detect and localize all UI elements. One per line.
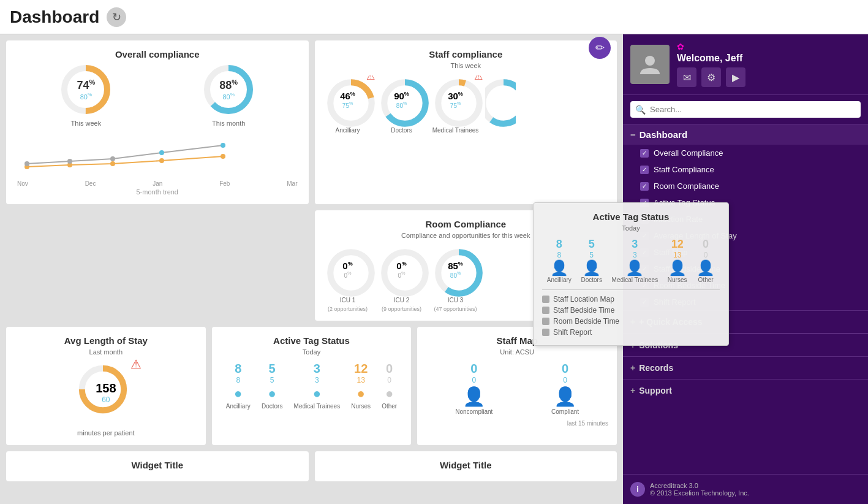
user-flower-icon: ✿ [677,42,861,52]
widget-1-title: Widget Title [15,460,300,470]
support-section[interactable]: + Support [623,379,868,402]
overall-compliance-widget: Overall compliance 74% [6,40,309,204]
tag-trainees-num: 3 [314,362,320,376]
tag-nurses-label: Nurses [351,403,371,410]
tag-trainees-sub: 3 [315,376,319,384]
tag-doctors-sub: 5 [270,376,274,384]
compliant-sub: 0 [563,376,567,384]
search-bar: 🔍 [623,95,868,124]
active-tag-tooltip: Active Tag Status Today 8 8 👤 Ancilliary… [533,202,729,346]
records-label: Records [639,363,673,373]
tooltip-doctors: 5 5 👤 Doctors [581,238,602,283]
tag-nurses-icon: ● [357,386,365,402]
tooltip-nav-staff-bedside[interactable]: Staff Bedside Time [542,306,720,315]
trend-chart: Nov Dec Jan Feb Mar 5-month trend [15,133,300,196]
tooltip-nurses-sub: 13 [673,251,681,259]
svg-point-11 [110,156,115,161]
tooltip-title: Active Tag Status [542,212,720,222]
dashboard-nav-header[interactable]: − Dashboard [623,124,868,145]
room-icu2: 0% 0% ICU 2 (9 opportunities) [377,245,426,312]
room-icu1: 0% 0% ICU 1 (2 opportunities) [323,245,372,312]
page-title: Dashboard [10,7,99,27]
overall-compliance-checkbox[interactable] [640,149,649,158]
settings-button[interactable]: ⚙ [701,67,721,87]
staff-compliance-widget: Staff compliance This week [315,40,617,204]
tag-doctors-label: Doctors [262,403,282,410]
svg-point-10 [67,159,72,164]
avg-length-subtitle: Last month [15,348,197,356]
tooltip-ancilliary: 8 8 👤 Ancilliary [547,238,572,283]
footer-info: i Accreditrack 3.0 © 2013 Excelion Techn… [623,474,868,504]
tooltip-trainees-label: Medical Trainees [612,277,659,283]
staff-compliance-title: Staff compliance [323,49,609,59]
tooltip-nurses-label: Nurses [668,277,687,283]
minus-icon: − [630,129,636,140]
sidebar-item-overall-compliance[interactable]: Overall Compliance [623,145,868,161]
avg-length-widget: Avg Length of Stay Last month ⚠ [6,327,206,445]
refresh-button[interactable]: ↻ [107,7,126,27]
svg-point-6 [110,161,115,166]
room-compliance-checkbox[interactable] [640,182,649,191]
this-month-sub: 80% [219,92,238,101]
records-section[interactable]: + Records [623,356,868,379]
tag-other-num: 0 [386,362,393,376]
tag-other-sub: 0 [387,376,391,384]
tag-trainees-icon: ● [313,386,321,402]
welcome-text: Welcome, Jeff [677,53,861,64]
logout-button[interactable]: ▶ [726,67,745,87]
tooltip-nav-staff-location[interactable]: Staff Location Map [542,295,720,304]
tooltip-nav-icon-3 [542,318,549,325]
icu2-sub-label: (9 opportunities) [382,306,421,312]
tooltip-tag-row: 8 8 👤 Ancilliary 5 5 👤 Doctors 3 3 👤 Med… [542,238,720,283]
tooltip-nurses: 12 13 👤 Nurses [668,238,687,283]
user-info: ✿ Welcome, Jeff ✉ ⚙ ▶ [677,42,861,87]
tag-trainees-label: Medical Trainees [294,403,341,410]
noncompliant-label: Noncompliant [455,408,492,415]
compliant-num: 0 [562,362,568,376]
icu3-sub-label: (47 opportunities) [434,306,477,312]
tooltip-nav-icon-1 [542,296,549,303]
tooltip-other: 0 0 👤 Other [696,238,715,283]
tag-ancilliary-sub: 8 [236,376,240,384]
tooltip-doctors-sub: 5 [589,251,594,259]
info-icon: i [630,482,645,497]
dashboard-nav-label: Dashboard [640,129,687,140]
tooltip-medical-trainees: 3 3 👤 Medical Trainees [612,238,659,283]
active-tag-subtitle: Today [221,348,403,356]
active-tag-title: Active Tag Status [221,335,403,346]
icu1-sub-label: (2 opportunities) [328,306,368,312]
svg-point-13 [221,143,225,148]
tag-other-label: Other [382,403,397,410]
overall-compliance-title: Overall compliance [15,49,300,59]
staff-map-footer: last 15 minutes [426,420,608,427]
tooltip-nav-room-bedside[interactable]: Room Bedside Time [542,317,720,326]
support-plus-icon: + [630,386,635,395]
room-compliance-nav-label: Room Compliance [654,181,719,191]
tooltip-subtitle: Today [542,224,720,232]
staff-donut-ancilliary: 46% 75% ⚠ Ancilliary [323,75,372,134]
svg-point-8 [221,154,225,159]
tooltip-other-icon: 👤 [696,259,715,277]
tag-ancilliary-icon: ● [234,386,242,402]
tag-nurses-num: 12 [354,362,368,376]
trend-label: 5-month trend [15,188,300,196]
sidebar-item-staff-compliance[interactable]: Staff Compliance [623,161,868,178]
tooltip-nav-label-2: Staff Bedside Time [553,306,615,315]
trend-month-feb: Feb [219,180,230,187]
mail-button[interactable]: ✉ [677,67,696,87]
staff-donuts: 46% 75% ⚠ Ancilliary [323,75,609,134]
tooltip-doctors-label: Doctors [581,277,602,283]
svg-point-20 [485,82,516,124]
widget-title-2: Widget Title [315,451,617,481]
staff-donut-nurses [485,75,516,134]
search-input[interactable] [630,101,861,118]
tag-ancilliary-label: Ancilliary [226,403,251,410]
edit-pen-button[interactable]: ✏ [589,37,611,59]
tooltip-nav-label-1: Staff Location Map [553,295,614,304]
staff-compliance-checkbox[interactable] [640,166,649,174]
sidebar-item-room-compliance[interactable]: Room Compliance [623,178,868,194]
this-week-label: This week [71,120,102,127]
tooltip-nav-items: Staff Location Map Staff Bedside Time Ro… [542,289,720,337]
tooltip-nurses-num: 12 [671,238,684,251]
tooltip-nav-shift-report[interactable]: Shift Report [542,328,720,337]
